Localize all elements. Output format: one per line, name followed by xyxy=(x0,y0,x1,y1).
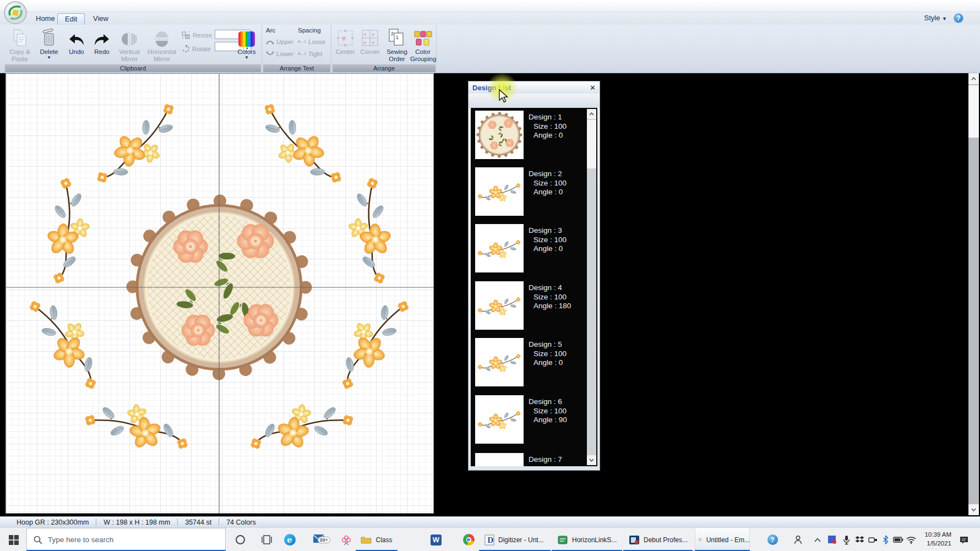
taskbar-app-digitizer[interactable]: D Digitizer - Unt... xyxy=(480,528,551,551)
design-thumbnail[interactable] xyxy=(475,453,524,466)
design-list-item[interactable]: Design : 3 Size : 100 Angle : 0 xyxy=(471,224,597,279)
design-list-item[interactable]: Design : 1 Size : 100 Angle : 0 xyxy=(471,111,597,165)
color-grouping-icon xyxy=(410,27,435,47)
word-icon: W xyxy=(431,534,442,545)
cortana-button[interactable] xyxy=(230,528,250,551)
tab-view[interactable]: View xyxy=(86,13,116,25)
workspace-vertical-scrollbar[interactable] xyxy=(968,73,979,515)
colors-dropdown-caret[interactable]: ▼ xyxy=(233,56,260,60)
style-label: Style xyxy=(924,14,940,22)
taskbar-app-horizonlink[interactable]: HorizonLinkS... xyxy=(553,528,622,551)
clipboard-group-label: Clipboard xyxy=(5,64,261,72)
colors-button[interactable]: Colors ▼ xyxy=(233,27,260,60)
style-menu[interactable]: Style ▼ xyxy=(924,14,947,22)
arc-lower-button[interactable]: Lower xyxy=(266,51,293,57)
taskbar-app-word[interactable]: W xyxy=(427,528,445,551)
sewing-order-button[interactable]: 21 Sewing Order xyxy=(385,27,409,63)
spacing-loose-button[interactable]: A→C Loose xyxy=(298,39,325,45)
tray-clock[interactable]: 10:39 AM 1/5/2021 xyxy=(911,530,951,548)
edge-icon: e xyxy=(284,534,296,545)
design-list-item[interactable]: Design : 6 Size : 100 Angle : 90 xyxy=(471,395,597,450)
emblink-icon xyxy=(698,534,703,545)
colors-icon xyxy=(238,31,255,47)
design-thumbnail[interactable] xyxy=(475,111,524,159)
status-hoop: Hoop GR : 230x300mm xyxy=(0,519,96,526)
help-button[interactable]: ? xyxy=(954,13,963,23)
design-list-toolbar-strip xyxy=(469,94,600,108)
center-icon: ♥ xyxy=(334,27,356,47)
tray-app-button[interactable] xyxy=(826,528,838,551)
scroll-up-icon[interactable] xyxy=(968,73,979,84)
taskbar-app-chrome[interactable] xyxy=(459,528,478,551)
tray-chevron-button[interactable] xyxy=(812,528,824,551)
arc-upper-button[interactable]: Upper xyxy=(266,39,293,45)
scroll-down-icon[interactable] xyxy=(968,504,979,515)
taskbar-app-emblink[interactable]: Untitled - Em... xyxy=(695,528,750,551)
delete-button[interactable]: Delete ▼ xyxy=(36,27,62,60)
app-menu-button[interactable] xyxy=(3,1,28,25)
taskbar-search[interactable]: Type here to search xyxy=(26,528,226,551)
taskbar-app-debut[interactable]: Debut Profes... xyxy=(624,528,693,551)
design-canvas[interactable] xyxy=(6,73,434,514)
tray-dropbox-button[interactable] xyxy=(853,528,865,551)
notification-center-button[interactable] xyxy=(956,528,972,551)
design-thumbnail[interactable] xyxy=(475,395,524,444)
design-list-item[interactable]: Design : 2 Size : 100 Angle : 0 xyxy=(471,167,597,222)
svg-text:♥: ♥ xyxy=(372,31,375,37)
scrollbar-thumb[interactable] xyxy=(587,120,596,168)
tray-bluetooth-button[interactable] xyxy=(879,528,891,551)
design-list-item[interactable]: Design : 7 xyxy=(471,453,597,466)
svg-text:A→C: A→C xyxy=(298,40,306,43)
embroidery-app-button[interactable] xyxy=(337,528,356,551)
ribbon-tab-row: Home Edit View Style ▼ ? xyxy=(0,12,980,25)
taskbar-app-class-folder[interactable]: Class xyxy=(357,528,396,551)
start-button[interactable] xyxy=(4,528,23,551)
svg-text:♥: ♥ xyxy=(372,40,375,46)
center-button[interactable]: ♥ Center xyxy=(334,27,356,56)
design-thumbnail[interactable] xyxy=(475,281,524,330)
design-list-item[interactable]: Design : 4 Size : 100 Angle : 180 xyxy=(471,281,597,336)
tray-people-button[interactable] xyxy=(792,528,804,551)
color-grouping-button[interactable]: Color Grouping xyxy=(410,27,435,63)
center-label: Center xyxy=(334,48,356,56)
mail-button[interactable]: 99+ xyxy=(308,528,329,551)
svg-text:2: 2 xyxy=(391,31,394,36)
corner-button[interactable]: ♥♥♥♥ Corner xyxy=(358,27,382,56)
tab-edit[interactable]: Edit xyxy=(57,13,85,25)
delete-dropdown-caret[interactable]: ▼ xyxy=(36,56,62,60)
tray-usb-button[interactable] xyxy=(867,528,879,551)
vertical-mirror-button[interactable]: Vertical Mirror xyxy=(116,27,143,63)
design-angle: Angle : 0 xyxy=(529,358,567,368)
tray-battery-button[interactable] xyxy=(892,528,904,551)
copy-paste-button[interactable]: Copy & Paste xyxy=(7,27,33,63)
undo-label: Undo xyxy=(65,48,88,56)
design-list-scrollbar[interactable] xyxy=(587,109,596,465)
tray-microphone-button[interactable] xyxy=(840,528,852,551)
ribbon: Copy & Paste Delete ▼ Undo Redo Vertic xyxy=(0,25,980,73)
taskbar: Type here to search e 99+ Class xyxy=(0,527,980,551)
battery-icon xyxy=(893,537,903,543)
design-list-item[interactable]: Design : 5 Size : 100 Angle : 0 xyxy=(471,338,597,392)
design-thumbnail[interactable] xyxy=(475,224,524,272)
horizontal-mirror-button[interactable]: Horizontal Mirror xyxy=(146,27,177,63)
design-name: Design : 2 xyxy=(529,170,567,179)
rotate-icon xyxy=(182,45,190,53)
undo-button[interactable]: Undo xyxy=(65,27,88,56)
tray-help-button[interactable]: ? xyxy=(766,528,778,551)
design-thumbnail[interactable] xyxy=(475,338,524,386)
resize-button[interactable]: Resize xyxy=(182,31,212,39)
task-view-button[interactable] xyxy=(257,528,276,551)
close-icon[interactable]: ✕ xyxy=(590,84,596,92)
spacing-tight-button[interactable]: A←C Tight xyxy=(298,51,322,57)
rotate-button[interactable]: Rotate xyxy=(182,45,211,53)
edge-button[interactable]: e xyxy=(280,528,300,551)
mail-badge: 99+ xyxy=(318,537,330,543)
scroll-down-icon[interactable] xyxy=(587,455,596,465)
scroll-up-icon[interactable] xyxy=(587,109,596,119)
scrollbar-thumb[interactable] xyxy=(968,85,979,138)
design-name: Design : 6 xyxy=(529,397,567,407)
workspace: Design List ✕ Design : 1 Size : 100 Angl… xyxy=(0,73,980,516)
design-list-panel[interactable]: Design List ✕ Design : 1 Size : 100 Angl… xyxy=(468,81,600,471)
redo-button[interactable]: Redo xyxy=(90,27,113,56)
design-thumbnail[interactable] xyxy=(475,167,524,216)
